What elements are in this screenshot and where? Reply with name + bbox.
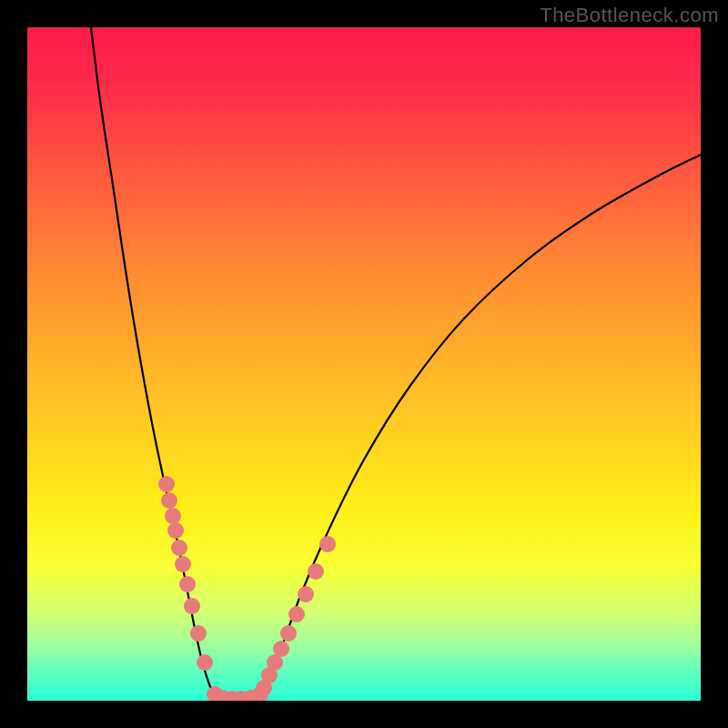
data-point	[158, 476, 175, 492]
data-point	[179, 576, 196, 592]
data-point	[288, 606, 305, 622]
data-point	[184, 598, 200, 614]
chart-frame: TheBottleneck.com	[0, 0, 728, 728]
plot-area	[27, 27, 701, 701]
data-point	[308, 563, 324, 580]
data-point	[165, 508, 181, 524]
data-point	[197, 654, 213, 671]
data-point	[171, 540, 187, 556]
data-point	[280, 625, 297, 642]
curve-left-branch	[91, 27, 215, 696]
scatter-dots	[158, 476, 336, 701]
data-point	[167, 522, 184, 539]
data-point	[319, 536, 336, 552]
curve-right-branch	[258, 155, 701, 696]
data-point	[161, 492, 177, 509]
data-point	[298, 586, 314, 602]
data-point	[273, 641, 289, 657]
curve-layer	[27, 27, 701, 701]
data-point	[190, 625, 207, 642]
data-point	[175, 556, 191, 572]
watermark-text: TheBottleneck.com	[540, 4, 719, 27]
